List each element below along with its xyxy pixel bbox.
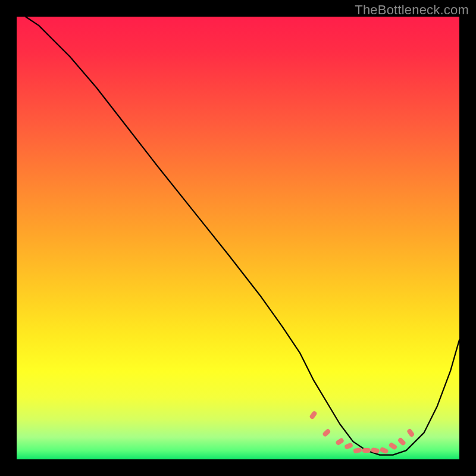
marker-dash [309, 411, 318, 420]
marker-dash [322, 428, 331, 437]
marker-dash [353, 447, 362, 454]
marker-dash [362, 448, 371, 453]
marker-dash [397, 437, 406, 446]
watermark-text: TheBottleneck.com [355, 2, 469, 18]
marker-dash [380, 447, 389, 455]
marker-dash [335, 437, 345, 446]
marker-dash [344, 442, 353, 450]
curve-svg [17, 17, 459, 459]
marker-dash [388, 442, 397, 450]
marker-dash [406, 428, 415, 437]
chart-frame: TheBottleneck.com [0, 0, 476, 476]
bottleneck-curve-path [26, 17, 459, 455]
plot-area [17, 17, 459, 459]
